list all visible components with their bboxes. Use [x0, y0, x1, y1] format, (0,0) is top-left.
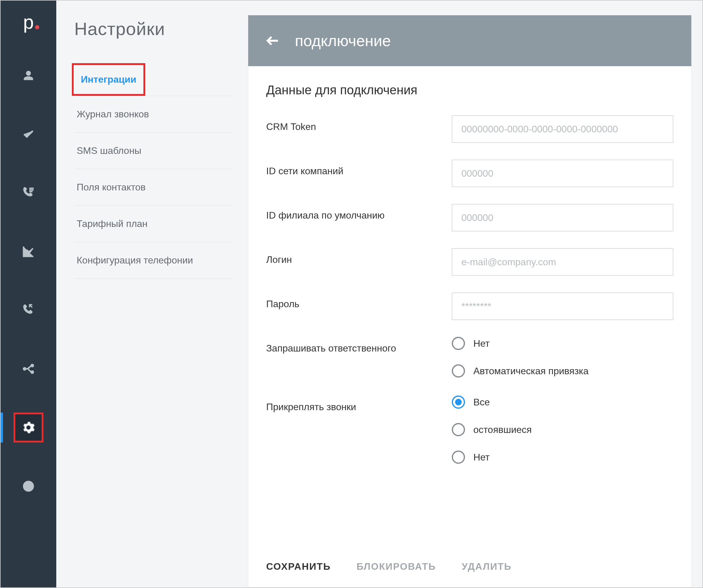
panel-footer: СОХРАНИТЬ БЛОКИРОВАТЬ УДАЛИТЬ	[248, 549, 691, 587]
subnav-item-call-log[interactable]: Журнал звонков	[74, 96, 233, 133]
app-root: p Настройки	[0, 0, 703, 588]
svg-point-4	[23, 368, 25, 370]
row-crm-token: CRM Token	[266, 115, 673, 143]
panel-header: подключение	[248, 15, 691, 66]
nav-rail: p	[1, 1, 56, 587]
radio-label: Автоматическая привязка	[473, 365, 589, 376]
radio-label: Нет	[473, 338, 490, 349]
input-login[interactable]	[452, 248, 673, 276]
settings-subnav: Настройки Интеграции Журнал звонков SMS …	[56, 1, 248, 587]
radio-group-responsible: Нет Автоматическая привязка	[452, 337, 673, 377]
input-branch-id[interactable]	[452, 204, 673, 232]
svg-point-8	[28, 489, 29, 490]
radio-icon	[452, 396, 465, 409]
label-network-id: ID сети компаний	[266, 160, 452, 177]
radio-responsible-no[interactable]: Нет	[452, 337, 673, 350]
phone-callback-icon	[22, 304, 35, 317]
logo-letter: p	[23, 11, 34, 33]
row-attach: Прикреплять звонки Все остоявшиеся Не	[266, 396, 673, 464]
back-button[interactable]	[265, 33, 281, 49]
chart-line-icon	[22, 245, 35, 258]
connection-panel: подключение Данные для подключения CRM T…	[248, 15, 692, 587]
rail-item-tasks[interactable]	[1, 119, 56, 149]
panel-body: Данные для подключения CRM Token ID сети…	[248, 66, 691, 549]
phone-list-icon	[22, 186, 35, 199]
radio-icon	[452, 337, 465, 350]
radio-icon	[452, 364, 465, 377]
svg-rect-2	[30, 191, 32, 192]
radio-attach-none[interactable]: Нет	[452, 450, 673, 464]
radio-attach-completed[interactable]: остоявшиеся	[452, 423, 673, 436]
subnav-item-telephony[interactable]: Конфигурация телефонии	[74, 242, 233, 279]
subnav-item-integrations[interactable]: Интеграции	[72, 63, 145, 96]
subnav-item-sms[interactable]: SMS шаблоны	[74, 133, 233, 169]
page-title: Настройки	[74, 18, 233, 39]
rail-item-settings[interactable]	[1, 413, 56, 442]
settings-highlight-box	[13, 413, 44, 442]
branch-icon	[22, 362, 35, 375]
label-login: Логин	[266, 248, 452, 266]
label-branch-id: ID филиала по умолчанию	[266, 204, 452, 222]
label-crm-token: CRM Token	[266, 115, 452, 133]
svg-rect-0	[30, 188, 33, 189]
input-crm-token[interactable]	[452, 115, 673, 143]
row-password: Пароль	[266, 292, 673, 320]
label-attach: Прикреплять звонки	[266, 396, 452, 413]
radio-label: Все	[473, 397, 490, 408]
radio-attach-all[interactable]: Все	[452, 396, 673, 409]
row-responsible: Запрашивать ответственного Нет Автоматич…	[266, 337, 673, 377]
logo: p	[23, 13, 34, 32]
block-button[interactable]: БЛОКИРОВАТЬ	[357, 561, 436, 572]
person-icon	[22, 69, 35, 82]
logo-dot-icon	[35, 25, 39, 29]
main-area: подключение Данные для подключения CRM T…	[248, 1, 702, 587]
radio-icon	[452, 450, 465, 464]
row-login: Логин	[266, 248, 673, 276]
arrow-left-icon	[265, 33, 281, 49]
rail-item-analytics[interactable]	[1, 237, 56, 266]
radio-icon	[452, 423, 465, 436]
rail-item-routing[interactable]	[1, 354, 56, 384]
rail-item-help[interactable]	[1, 471, 56, 501]
help-icon	[22, 480, 35, 493]
delete-button[interactable]: УДАЛИТЬ	[462, 561, 512, 572]
label-responsible: Запрашивать ответственного	[266, 337, 452, 355]
save-button[interactable]: СОХРАНИТЬ	[266, 561, 331, 572]
section-title: Данные для подключения	[266, 83, 673, 97]
label-password: Пароль	[266, 292, 452, 311]
radio-label: остоявшиеся	[473, 424, 532, 435]
radio-label: Нет	[473, 452, 490, 463]
subnav-item-plan[interactable]: Тарифный план	[74, 206, 233, 242]
rail-item-profile[interactable]	[1, 61, 56, 90]
radio-responsible-auto[interactable]: Автоматическая привязка	[452, 364, 673, 377]
input-network-id[interactable]	[452, 160, 673, 187]
svg-point-6	[31, 371, 33, 373]
panel-title: подключение	[295, 32, 391, 50]
rail-item-calls[interactable]	[1, 178, 56, 208]
svg-point-5	[31, 364, 33, 366]
input-password[interactable]	[452, 292, 673, 320]
svg-rect-1	[30, 189, 33, 190]
radio-group-attach: Все остоявшиеся Нет	[452, 396, 673, 464]
row-network-id: ID сети компаний	[266, 160, 673, 187]
checkmark-icon	[22, 128, 35, 141]
rail-item-callback[interactable]	[1, 295, 56, 325]
row-branch-id: ID филиала по умолчанию	[266, 204, 673, 232]
subnav-item-fields[interactable]: Поля контактов	[74, 169, 233, 206]
gear-icon	[22, 421, 35, 434]
